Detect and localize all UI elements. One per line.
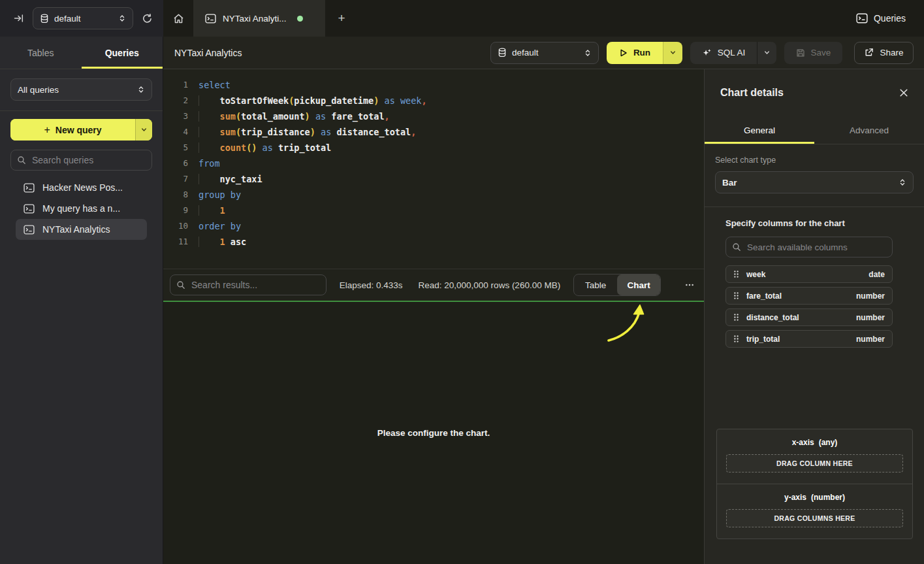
save-label: Save bbox=[811, 48, 831, 58]
new-query-button[interactable]: + New query bbox=[10, 119, 135, 141]
code-text: 1 asc bbox=[199, 234, 246, 250]
home-icon[interactable] bbox=[163, 0, 193, 37]
sidebar-query-item[interactable]: NYTaxi Analytics bbox=[16, 219, 147, 240]
collapse-sidebar-icon[interactable] bbox=[13, 13, 24, 24]
code-text: count() as trip_total bbox=[199, 140, 331, 156]
line-number: 5 bbox=[171, 140, 188, 156]
query-filter-select[interactable]: All queries bbox=[10, 78, 152, 101]
line-number: 6 bbox=[171, 156, 188, 171]
column-card-fare_total[interactable]: fare_totalnumber bbox=[725, 287, 893, 305]
code-text: sum(total_amount) as fare_total, bbox=[199, 108, 390, 124]
sidebar-tab-queries[interactable]: Queries bbox=[82, 37, 163, 69]
sql-ai-button[interactable]: SQL AI bbox=[690, 42, 757, 64]
chart-type-select[interactable]: Bar bbox=[715, 171, 914, 193]
query-title: NYTaxi Analytics bbox=[174, 48, 242, 58]
code-text: 1 bbox=[199, 203, 225, 218]
new-tab-button[interactable]: + bbox=[325, 0, 358, 37]
close-icon[interactable] bbox=[899, 88, 908, 97]
code-line: 6from bbox=[171, 156, 704, 171]
elapsed-time: Elapsed: 0.433s bbox=[340, 280, 403, 290]
line-number: 8 bbox=[171, 187, 188, 203]
chevron-down-icon bbox=[669, 49, 677, 56]
terminal-icon bbox=[24, 204, 35, 214]
y-axis-section: y-axis(number)DRAG COLUMNS HERE bbox=[717, 484, 912, 539]
query-item-label: Hacker News Pos... bbox=[42, 182, 123, 193]
code-text: nyc_taxi bbox=[199, 171, 263, 187]
sql-console-window: default NYTaxi Analyti... + bbox=[0, 0, 924, 564]
unsaved-changes-dot bbox=[297, 16, 303, 22]
column-card-trip_total[interactable]: trip_totalnumber bbox=[725, 330, 893, 348]
code-text: toStartOfWeek(pickup_datetime) as week, bbox=[199, 93, 427, 108]
line-number: 9 bbox=[171, 203, 188, 218]
search-icon bbox=[176, 280, 185, 290]
drag-handle-icon bbox=[733, 335, 739, 343]
line-number: 4 bbox=[171, 124, 188, 140]
axis-label: y-axis bbox=[784, 493, 806, 502]
terminal-icon bbox=[24, 225, 35, 235]
query-search-input[interactable] bbox=[10, 150, 152, 171]
save-icon bbox=[796, 48, 805, 58]
queries-icon bbox=[856, 13, 868, 24]
column-name: fare_total bbox=[746, 291, 782, 301]
topbar: default NYTaxi Analyti... + bbox=[0, 0, 924, 37]
tab-general[interactable]: General bbox=[705, 116, 814, 144]
column-card-distance_total[interactable]: distance_totalnumber bbox=[725, 308, 893, 326]
view-toggle-table[interactable]: Table bbox=[574, 274, 617, 295]
columns-search bbox=[725, 237, 893, 257]
drag-handle-icon bbox=[733, 291, 739, 300]
column-type: number bbox=[856, 313, 885, 322]
column-card-week[interactable]: weekdate bbox=[725, 265, 893, 283]
view-toggle-chart[interactable]: Chart bbox=[617, 274, 660, 295]
chart-type-value: Bar bbox=[722, 178, 893, 188]
line-number: 11 bbox=[171, 234, 188, 250]
run-button[interactable]: Run bbox=[607, 42, 663, 64]
toolbar-database-selector[interactable]: default bbox=[490, 42, 599, 64]
terminal-icon bbox=[24, 183, 35, 193]
chart-details-title: Chart details bbox=[720, 87, 784, 99]
code-line: 1select bbox=[171, 77, 704, 93]
columns-search-input[interactable] bbox=[725, 237, 893, 257]
sidebar-query-item[interactable]: My query has a n... bbox=[16, 198, 147, 219]
run-dropdown-button[interactable] bbox=[663, 42, 682, 64]
x-axis-dropzone[interactable]: DRAG COLUMN HERE bbox=[726, 454, 903, 473]
share-button[interactable]: Share bbox=[854, 42, 914, 64]
tab-nytaxi-analytics[interactable]: NYTaxi Analyti... bbox=[193, 0, 325, 37]
column-name: trip_total bbox=[746, 335, 780, 344]
tab-strip: NYTaxi Analyti... + bbox=[163, 0, 358, 37]
more-icon[interactable] bbox=[684, 280, 695, 290]
column-type: date bbox=[868, 270, 885, 279]
code-line: 11 1 asc bbox=[171, 234, 704, 250]
line-number: 2 bbox=[171, 93, 188, 108]
code-line: 4 sum(trip_distance) as distance_total, bbox=[171, 124, 704, 140]
y-axis-dropzone[interactable]: DRAG COLUMNS HERE bbox=[726, 509, 903, 527]
query-item-label: My query has a n... bbox=[42, 203, 120, 214]
tab-advanced[interactable]: Advanced bbox=[814, 116, 924, 144]
run-label: Run bbox=[633, 48, 650, 58]
query-list: Hacker News Pos...My query has a n...NYT… bbox=[16, 177, 147, 240]
run-split-button: Run bbox=[607, 42, 682, 64]
database-icon bbox=[40, 14, 49, 24]
x-axis-section: x-axis(any)DRAG COLUMN HERE bbox=[717, 429, 912, 484]
chart-placeholder-message: Please configure the chart. bbox=[377, 428, 490, 438]
axis-constraint: (number) bbox=[811, 493, 845, 502]
sql-editor[interactable]: 1select2 toStartOfWeek(pickup_datetime) … bbox=[163, 69, 704, 269]
sidebar-tab-tables[interactable]: Tables bbox=[0, 37, 82, 69]
new-query-split-button: + New query bbox=[10, 119, 152, 141]
sql-ai-dropdown-button[interactable] bbox=[757, 42, 776, 64]
results-search-input[interactable] bbox=[170, 274, 327, 295]
queries-button[interactable]: Queries bbox=[856, 0, 906, 37]
chart-canvas: Please configure the chart. bbox=[163, 302, 704, 564]
sidebar-filter-section: All queries bbox=[0, 69, 163, 111]
view-toggle: Table Chart bbox=[573, 274, 661, 296]
code-text: group by bbox=[199, 187, 241, 203]
chevron-updown-icon bbox=[118, 14, 126, 23]
tab-title: NYTaxi Analyti... bbox=[223, 14, 287, 24]
results-toolbar: Elapsed: 0.433s Read: 20,000,000 rows (2… bbox=[163, 269, 704, 301]
save-button[interactable]: Save bbox=[784, 42, 842, 64]
columns-label: Specify columns for the chart bbox=[725, 218, 893, 228]
query-search bbox=[10, 150, 152, 171]
sidebar-query-item[interactable]: Hacker News Pos... bbox=[16, 177, 147, 198]
refresh-icon[interactable] bbox=[142, 13, 153, 24]
new-query-dropdown-button[interactable] bbox=[135, 119, 152, 141]
database-selector[interactable]: default bbox=[33, 7, 133, 29]
